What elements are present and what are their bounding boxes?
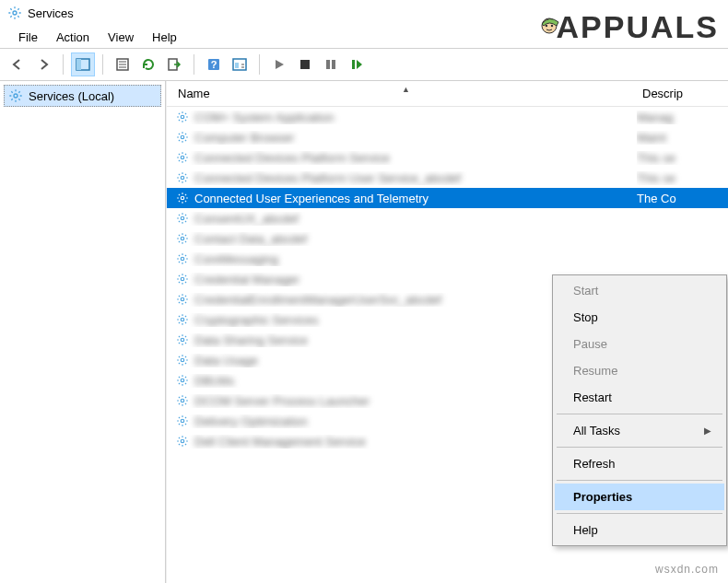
context-menu-separator <box>557 513 722 514</box>
service-gear-icon <box>176 414 189 427</box>
context-menu-separator <box>557 414 722 414</box>
svg-rect-14 <box>332 60 335 69</box>
context-menu: Start Stop Pause Resume Restart All Task… <box>552 274 727 546</box>
sort-indicator-icon: ▲ <box>402 85 410 94</box>
service-gear-icon <box>176 394 189 407</box>
mascot-icon <box>536 17 568 39</box>
list-item[interactable]: Computer BrowserMaint <box>167 127 728 147</box>
column-header-name[interactable]: Name ▲ <box>167 87 637 100</box>
start-service-button[interactable] <box>267 52 291 76</box>
column-header-description[interactable]: Descrip <box>637 87 728 100</box>
toolbar-button[interactable] <box>228 52 252 76</box>
submenu-arrow-icon: ▶ <box>704 426 711 436</box>
forward-button[interactable] <box>31 52 55 76</box>
svg-rect-2 <box>76 59 81 70</box>
toolbar-separator <box>259 54 260 75</box>
refresh-button[interactable] <box>136 52 160 76</box>
list-item[interactable]: Connected Devices Platform ServiceThis s… <box>167 147 728 168</box>
menu-help[interactable]: Help <box>143 27 186 48</box>
svg-point-35 <box>545 24 546 26</box>
toolbar-separator <box>102 54 103 75</box>
svg-point-17 <box>181 115 184 119</box>
panel-icon <box>76 57 90 72</box>
pause-icon <box>324 58 337 71</box>
menu-action[interactable]: Action <box>47 27 99 48</box>
service-gear-icon <box>176 273 189 286</box>
svg-text:?: ? <box>211 59 217 70</box>
svg-point-33 <box>181 439 184 443</box>
service-gear-icon <box>176 354 189 367</box>
panel-alt-icon <box>232 57 247 72</box>
list-item[interactable]: CoreMessaging <box>167 249 728 269</box>
context-menu-separator <box>557 480 722 481</box>
service-gear-icon <box>176 212 189 225</box>
context-menu-pause: Pause <box>555 331 724 357</box>
context-menu-help[interactable]: Help <box>555 517 724 543</box>
svg-point-31 <box>181 399 184 402</box>
service-gear-icon <box>176 252 189 265</box>
tree-pane[interactable]: Services (Local) <box>0 81 166 583</box>
service-gear-icon <box>176 435 189 448</box>
properties-button[interactable] <box>111 52 135 76</box>
arrow-left-icon <box>10 57 25 72</box>
tree-item-label: Services (Local) <box>29 89 114 103</box>
play-icon <box>273 58 286 71</box>
context-menu-resume: Resume <box>555 357 724 384</box>
arrow-right-icon <box>36 57 51 72</box>
service-gear-icon <box>176 232 189 245</box>
help-icon: ? <box>206 57 221 72</box>
menu-file[interactable]: File <box>9 27 47 48</box>
context-menu-separator <box>557 447 722 448</box>
svg-point-30 <box>181 379 184 382</box>
svg-rect-11 <box>235 63 239 68</box>
svg-rect-13 <box>326 60 330 69</box>
svg-point-26 <box>181 297 184 301</box>
list-item[interactable]: Contact Data_abcdef <box>167 228 728 249</box>
svg-rect-15 <box>352 60 355 69</box>
help-button[interactable]: ? <box>202 52 226 76</box>
svg-point-22 <box>181 216 184 220</box>
export-list-button[interactable] <box>162 52 186 76</box>
context-menu-restart[interactable]: Restart <box>555 384 724 411</box>
svg-point-20 <box>181 176 184 180</box>
service-gear-icon <box>176 131 189 144</box>
service-gear-icon <box>176 171 189 184</box>
list-item[interactable]: COM+ System ApplicationManag <box>167 107 728 127</box>
context-menu-all-tasks[interactable]: All Tasks▶ <box>555 417 724 444</box>
context-menu-start: Start <box>555 277 724 304</box>
svg-point-32 <box>181 419 184 423</box>
stop-icon <box>299 58 311 71</box>
service-gear-icon <box>176 333 189 346</box>
tree-item-services-local[interactable]: Services (Local) <box>4 85 161 107</box>
svg-point-16 <box>14 94 18 98</box>
services-gear-icon <box>8 88 23 103</box>
stop-service-button[interactable] <box>293 52 317 76</box>
pause-service-button[interactable] <box>319 52 343 76</box>
svg-point-24 <box>181 257 184 261</box>
toolbar-separator <box>63 54 64 75</box>
watermark-brand: APPUALS <box>540 9 719 45</box>
restart-service-button[interactable] <box>345 52 369 76</box>
list-item[interactable]: Connected Devices Platform User Service_… <box>167 168 728 188</box>
list-item-selected[interactable]: Connected User Experiences and Telemetry… <box>167 188 728 208</box>
service-gear-icon <box>176 151 189 164</box>
toolbar-separator <box>194 54 194 75</box>
back-button[interactable] <box>6 52 29 76</box>
list-item[interactable]: ConsentUX_abcdef <box>167 208 728 228</box>
window-title: Services <box>28 6 74 20</box>
svg-rect-12 <box>300 60 310 69</box>
list-header: Name ▲ Descrip <box>167 81 728 107</box>
service-gear-icon <box>176 313 189 326</box>
service-name: Connected User Experiences and Telemetry <box>194 192 429 205</box>
svg-point-23 <box>181 237 184 240</box>
services-gear-icon <box>7 6 22 20</box>
svg-point-28 <box>181 338 184 342</box>
context-menu-refresh[interactable]: Refresh <box>555 450 724 477</box>
show-hide-console-tree-button[interactable] <box>71 52 95 76</box>
properties-icon <box>115 57 130 72</box>
context-menu-stop[interactable]: Stop <box>555 304 724 331</box>
menu-view[interactable]: View <box>99 27 143 48</box>
context-menu-properties[interactable]: Properties <box>555 484 724 510</box>
service-gear-icon <box>176 111 189 123</box>
watermark-site: wsxdn.com <box>655 563 719 576</box>
